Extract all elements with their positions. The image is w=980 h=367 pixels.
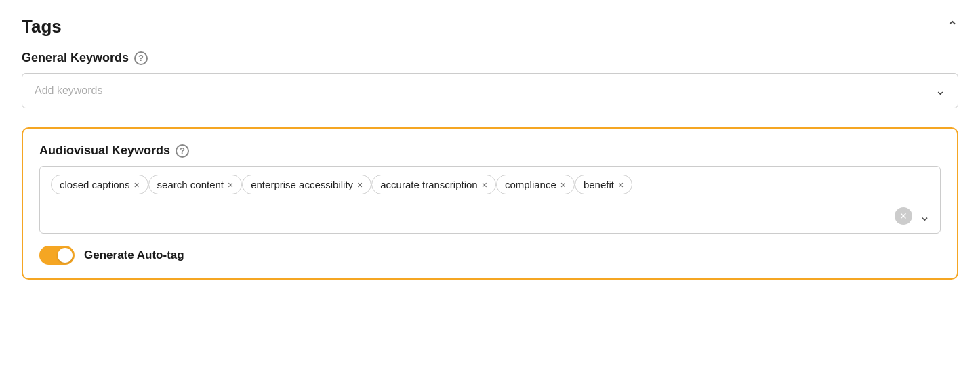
tag-enterprise-accessibility-remove[interactable]: × (357, 180, 363, 190)
auto-tag-toggle[interactable] (39, 246, 75, 265)
general-keywords-dropdown[interactable]: Add keywords ⌄ (22, 73, 958, 108)
tag-benefit-remove[interactable]: × (618, 180, 624, 190)
tag-search-content-remove[interactable]: × (228, 180, 233, 190)
audiovisual-keywords-section: Audiovisual Keywords ? closed captions×s… (22, 127, 958, 280)
tag-enterprise-accessibility: enterprise accessibility× (242, 175, 371, 194)
tag-search-content: search content× (148, 175, 243, 194)
tags-container: closed captions×search content×enterpris… (51, 175, 632, 194)
general-keywords-help-icon[interactable]: ? (134, 51, 148, 65)
general-keywords-label: General Keywords (22, 51, 129, 65)
auto-tag-label: Generate Auto-tag (84, 249, 184, 262)
tag-compliance-remove[interactable]: × (560, 180, 566, 190)
audiovisual-tags-chevron-icon[interactable]: ⌄ (919, 208, 931, 224)
audiovisual-keywords-label-row: Audiovisual Keywords ? (39, 144, 941, 158)
general-keywords-section: General Keywords ? Add keywords ⌄ (22, 51, 958, 108)
general-keywords-placeholder: Add keywords (35, 85, 103, 97)
tags-section-header: Tags ⌃ (22, 16, 958, 37)
tag-search-content-text: search content (157, 179, 224, 190)
clear-all-icon[interactable]: ✕ (895, 207, 912, 225)
tag-closed-captions: closed captions× (51, 175, 148, 194)
audiovisual-keywords-help-icon[interactable]: ? (176, 144, 189, 158)
tag-accurate-transcription-remove[interactable]: × (482, 180, 487, 190)
auto-tag-row: Generate Auto-tag (39, 246, 941, 265)
tag-accurate-transcription-text: accurate transcription (380, 179, 477, 190)
audiovisual-keywords-label: Audiovisual Keywords (39, 144, 170, 158)
collapse-icon[interactable]: ⌃ (946, 18, 958, 36)
tags-title: Tags (22, 16, 62, 37)
tag-compliance-text: compliance (505, 179, 556, 190)
tag-benefit: benefit× (575, 175, 632, 194)
general-keywords-chevron-icon: ⌄ (935, 83, 945, 98)
toggle-slider (39, 246, 75, 265)
tag-compliance: compliance× (496, 175, 575, 194)
general-keywords-label-row: General Keywords ? (22, 51, 958, 65)
tag-enterprise-accessibility-text: enterprise accessibility (251, 179, 353, 190)
audiovisual-tags-input[interactable]: closed captions×search content×enterpris… (39, 166, 941, 234)
tags-actions: ✕ ⌄ (895, 207, 931, 225)
tag-benefit-text: benefit (584, 179, 614, 190)
tag-accurate-transcription: accurate transcription× (371, 175, 496, 194)
tag-closed-captions-text: closed captions (60, 179, 129, 190)
tag-closed-captions-remove[interactable]: × (134, 180, 139, 190)
